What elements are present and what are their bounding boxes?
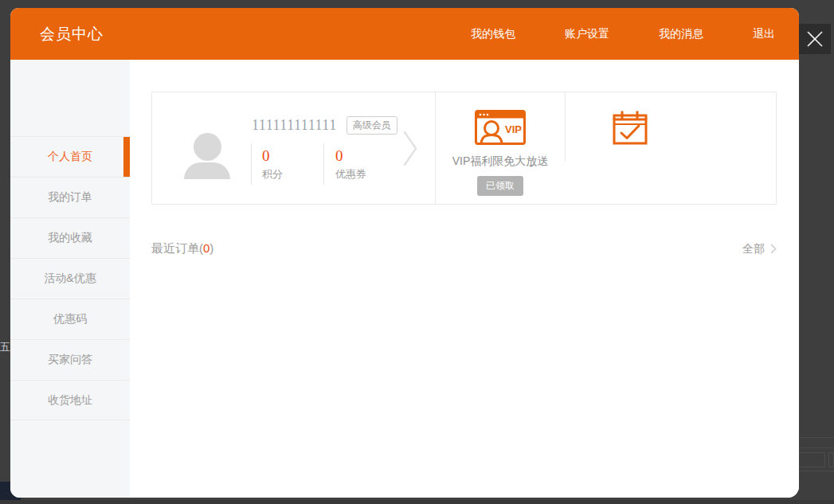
background-page-bottom-strip — [0, 500, 834, 504]
coupons-value: 0 — [335, 148, 400, 163]
background-line — [799, 471, 834, 471]
avatar-shoulders — [184, 162, 230, 179]
profile-card-row: 111111111111 高级会员 0 积分 0 优惠券 — [151, 92, 777, 205]
view-all-label: 全部 — [742, 242, 765, 256]
chevron-right-icon — [403, 131, 417, 166]
recent-orders-prefix: 最近订单( — [151, 241, 203, 255]
recent-orders-suffix: ) — [209, 241, 213, 255]
nav-my-messages[interactable]: 我的消息 — [659, 27, 703, 41]
sidebar-item-buyer-qa[interactable]: 买家问答 — [10, 339, 130, 380]
sidebar-item-label: 我的收藏 — [48, 231, 92, 245]
coupons-label: 优惠券 — [335, 167, 400, 182]
vip-benefit-tile[interactable]: VIP VIP福利限免大放送 已领取 — [435, 92, 565, 204]
member-level-badge: 高级会员 — [347, 116, 397, 135]
sidebar-item-personal-home[interactable]: 个人首页 — [10, 136, 130, 177]
username: 111111111111 — [252, 117, 337, 134]
sidebar-item-my-orders[interactable]: 我的订单 — [10, 177, 130, 217]
sidebar-item-my-favorites[interactable]: 我的收藏 — [10, 217, 130, 258]
sidebar: 个人首页 我的订单 我的收藏 活动&优惠 优惠码 买家问答 收货 — [10, 60, 130, 498]
checkin-tile[interactable] — [565, 92, 776, 204]
profile-section: 111111111111 高级会员 0 积分 0 优惠券 — [152, 92, 435, 204]
view-all-orders-link[interactable]: 全部 — [742, 242, 777, 256]
coupons-stat[interactable]: 0 优惠券 — [323, 143, 400, 185]
chevron-right-icon — [770, 244, 777, 254]
profile-stats: 0 积分 0 优惠券 — [251, 143, 400, 185]
close-icon — [806, 30, 824, 48]
username-row: 111111111111 高级会员 — [252, 116, 400, 135]
points-label: 积分 — [262, 167, 323, 182]
close-button[interactable] — [799, 24, 831, 54]
vip-benefit-title: VIP福利限免大放送 — [436, 154, 565, 169]
nav-logout[interactable]: 退出 — [753, 27, 775, 41]
sidebar-item-label: 优惠码 — [53, 312, 87, 326]
sidebar-item-shipping-address[interactable]: 收货地址 — [10, 380, 130, 420]
sidebar-item-label: 我的订单 — [48, 190, 92, 205]
svg-text:VIP: VIP — [505, 123, 522, 135]
sidebar-menu: 个人首页 我的订单 我的收藏 活动&优惠 优惠码 买家问答 收货 — [10, 136, 130, 420]
avatar-head — [194, 133, 221, 161]
sidebar-item-activities-promos[interactable]: 活动&优惠 — [10, 258, 130, 299]
vip-browser-window-icon: VIP — [475, 110, 526, 145]
background-line — [799, 437, 834, 438]
recent-orders-row: 最近订单(0) 全部 — [151, 241, 777, 256]
sidebar-item-label: 买家问答 — [48, 353, 92, 367]
page-title: 会员中心 — [40, 24, 104, 45]
background-box-fragment — [828, 452, 834, 467]
sidebar-item-label: 活动&优惠 — [44, 272, 96, 286]
sidebar-item-label: 收货地址 — [48, 393, 92, 408]
calendar-check-icon — [611, 110, 649, 145]
recent-orders-title: 最近订单(0) — [151, 241, 213, 256]
header-nav: 我的钱包 账户设置 我的消息 退出 — [471, 27, 775, 41]
claimed-button[interactable]: 已领取 — [477, 176, 523, 196]
nav-my-wallet[interactable]: 我的钱包 — [471, 27, 515, 41]
points-stat[interactable]: 0 积分 — [251, 143, 323, 185]
nav-account-settings[interactable]: 账户设置 — [565, 27, 609, 41]
profile-info: 111111111111 高级会员 0 积分 0 优惠券 — [251, 116, 400, 185]
background-clipped-text: 五首 — [0, 340, 10, 357]
sidebar-item-coupon-code[interactable]: 优惠码 — [10, 299, 130, 339]
sidebar-item-label: 个人首页 — [48, 150, 92, 164]
modal-header: 会员中心 我的钱包 账户设置 我的消息 退出 — [10, 8, 799, 60]
avatar — [184, 133, 230, 179]
main-content: 111111111111 高级会员 0 积分 0 优惠券 — [130, 60, 799, 498]
profile-detail-link[interactable] — [403, 131, 417, 170]
checkin-icon-wrap — [565, 110, 695, 148]
member-center-modal: 会员中心 我的钱包 账户设置 我的消息 退出 个人首页 我的订单 我的收藏 活动… — [10, 8, 799, 498]
modal-body: 个人首页 我的订单 我的收藏 活动&优惠 优惠码 买家问答 收货 — [10, 60, 799, 498]
background-box-fragment — [798, 452, 825, 467]
points-value: 0 — [262, 148, 323, 163]
background-line — [799, 447, 834, 448]
